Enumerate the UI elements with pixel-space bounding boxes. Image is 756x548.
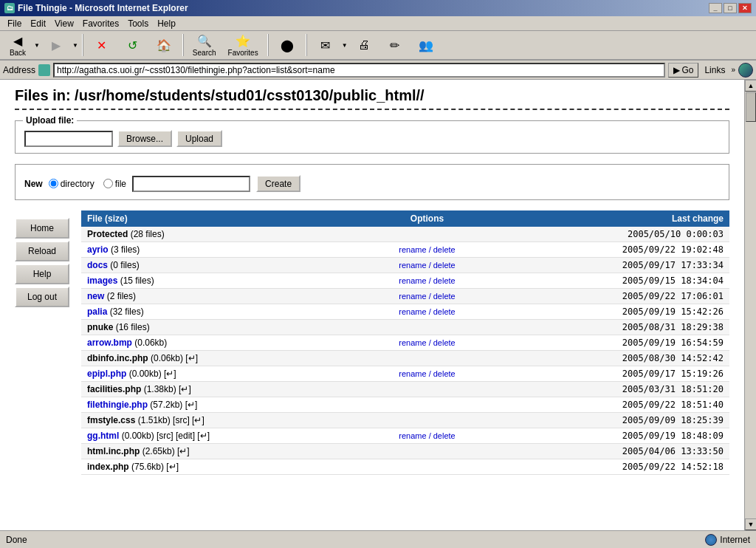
options-cell	[357, 351, 498, 366]
file-cell: html.inc.php (2.65kb) [↵]	[81, 444, 357, 459]
delete-link[interactable]: delete	[433, 431, 456, 440]
minimize-button[interactable]: _	[709, 3, 722, 13]
file-link[interactable]: new	[87, 291, 104, 301]
delete-link[interactable]: delete	[433, 261, 456, 270]
close-button[interactable]: ✕	[738, 3, 752, 13]
sidebar-help-button[interactable]: Help	[15, 264, 69, 284]
file-cell: images (15 files)	[81, 273, 357, 289]
scroll-down-button[interactable]: ▼	[745, 518, 756, 530]
create-button[interactable]: Create	[256, 175, 300, 192]
file-info: (75.6kb) [↵]	[129, 462, 179, 472]
back-dropdown[interactable]: ▼	[34, 42, 40, 49]
date-cell: 2005/03/31 18:51:20	[497, 382, 729, 397]
edit-button[interactable]: ✏	[380, 32, 410, 58]
menu-view[interactable]: View	[50, 17, 78, 30]
media-button[interactable]: ⬤	[272, 32, 302, 58]
file-link[interactable]: epipl.php	[87, 369, 126, 379]
file-layout: Home Reload Help Log out File (size) Opt…	[15, 210, 729, 475]
rename-link[interactable]: rename	[399, 307, 426, 316]
file-info: (3 files)	[109, 244, 140, 255]
file-info: (1.38kb) [↵]	[141, 384, 190, 394]
scroll-thumb[interactable]	[746, 92, 756, 122]
options-cell	[357, 382, 498, 397]
options-cell: rename / delete	[357, 428, 498, 444]
address-bar: Address ▶ Go Links »	[0, 61, 756, 80]
sidebar-home-button[interactable]: Home	[15, 218, 69, 239]
menu-file[interactable]: File	[3, 17, 26, 30]
rename-link[interactable]: rename	[399, 276, 426, 285]
file-link[interactable]: images	[87, 275, 117, 286]
radio-file[interactable]: file	[103, 179, 126, 189]
file-link[interactable]: ayrio	[87, 244, 109, 255]
new-name-input[interactable]	[132, 176, 250, 192]
radio-directory[interactable]: directory	[49, 179, 94, 189]
go-button[interactable]: ▶ Go	[668, 63, 698, 78]
rename-link[interactable]: rename	[399, 292, 426, 301]
file-link[interactable]: arrow.bmp	[87, 338, 132, 348]
rename-link[interactable]: rename	[399, 431, 426, 440]
file-link[interactable]: docs	[87, 260, 108, 270]
date-cell: 2005/05/10 0:00:03	[497, 227, 729, 242]
favorites-button[interactable]: ⭐ Favorites	[223, 32, 264, 58]
delete-link[interactable]: delete	[433, 307, 456, 316]
mail-button[interactable]: ✉	[311, 32, 340, 58]
browse-button[interactable]: Browse...	[117, 130, 172, 147]
menu-edit[interactable]: Edit	[26, 17, 50, 30]
forward-button[interactable]: ▶	[41, 32, 71, 58]
options-cell: rename / delete	[357, 273, 498, 289]
date-cell: 2005/09/15 18:34:04	[497, 273, 729, 289]
address-input[interactable]	[53, 63, 665, 78]
maximize-button[interactable]: □	[724, 3, 737, 13]
home-button[interactable]: 🏠	[149, 32, 179, 58]
table-row: html.inc.php (2.65kb) [↵]2005/04/06 13:3…	[81, 444, 729, 459]
file-link[interactable]: gg.html	[87, 431, 119, 441]
menu-tools[interactable]: Tools	[123, 17, 153, 30]
links-button[interactable]: Links	[701, 65, 728, 75]
scrollbar[interactable]: ▲ ▼	[744, 80, 756, 530]
table-row: Protected (28 files)2005/05/10 0:00:03	[81, 227, 729, 242]
back-button[interactable]: ◀ Back	[3, 32, 32, 58]
file-cell: Protected (28 files)	[81, 227, 357, 242]
upload-file-input[interactable]	[24, 131, 113, 147]
mail-dropdown[interactable]: ▼	[342, 42, 348, 49]
file-link[interactable]: filethingie.php	[87, 400, 148, 410]
discuss-icon: 👥	[419, 38, 433, 52]
print-button[interactable]: 🖨	[349, 32, 379, 58]
discuss-button[interactable]: 👥	[411, 32, 441, 58]
search-button[interactable]: 🔍 Search	[188, 32, 221, 58]
menu-favorites[interactable]: Favorites	[78, 17, 123, 30]
file-cell: index.php (75.6kb) [↵]	[81, 459, 357, 475]
delete-link[interactable]: delete	[433, 292, 456, 301]
upload-button[interactable]: Upload	[176, 130, 222, 147]
go-label: Go	[681, 65, 693, 75]
file-info: (0 files)	[108, 260, 140, 270]
page-title: Files in: /usr/home/students/stud01/csst…	[15, 87, 729, 110]
file-cell: filethingie.php (57.2kb) [↵]	[81, 397, 357, 413]
menu-help[interactable]: Help	[153, 17, 180, 30]
rename-link[interactable]: rename	[399, 338, 426, 347]
stop-button[interactable]: ✕	[87, 32, 117, 58]
radio-file-input[interactable]	[103, 179, 113, 188]
delete-link[interactable]: delete	[433, 369, 456, 378]
file-name: html.inc.php	[87, 446, 140, 456]
status-bar: Done Internet	[0, 530, 756, 548]
file-link[interactable]: palia	[87, 306, 107, 317]
links-dropdown[interactable]: »	[731, 66, 735, 74]
table-row: fmstyle.css (1.51kb) [src] [↵]2005/09/09…	[81, 413, 729, 428]
delete-link[interactable]: delete	[433, 276, 456, 285]
radio-directory-input[interactable]	[49, 179, 58, 188]
scroll-track[interactable]	[745, 92, 756, 518]
delete-link[interactable]: delete	[433, 245, 456, 254]
file-info: (0.06kb)	[132, 338, 167, 348]
favorites-label: Favorites	[228, 49, 258, 57]
sidebar-logout-button[interactable]: Log out	[15, 287, 69, 307]
rename-link[interactable]: rename	[399, 245, 426, 254]
refresh-button[interactable]: ↺	[118, 32, 148, 58]
forward-dropdown[interactable]: ▼	[72, 42, 78, 49]
rename-link[interactable]: rename	[399, 369, 426, 378]
table-row: ayrio (3 files)rename / delete2005/09/22…	[81, 242, 729, 258]
scroll-up-button[interactable]: ▲	[745, 80, 756, 92]
rename-link[interactable]: rename	[399, 261, 426, 270]
delete-link[interactable]: delete	[433, 338, 456, 347]
sidebar-reload-button[interactable]: Reload	[15, 241, 69, 261]
